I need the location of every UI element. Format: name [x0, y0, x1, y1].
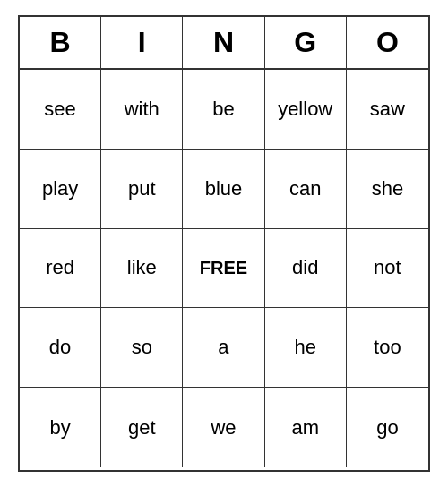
bingo-row-2: redlikeFREEdidnot	[20, 229, 428, 309]
bingo-cell-2-4: not	[347, 229, 428, 308]
bingo-cell-0-2: be	[183, 70, 264, 149]
bingo-cell-2-2: FREE	[183, 229, 264, 308]
bingo-row-3: dosoahetoo	[20, 308, 428, 388]
bingo-cell-3-4: too	[347, 308, 428, 387]
header-letter-g: G	[265, 17, 347, 68]
bingo-cell-3-3: he	[265, 308, 347, 387]
bingo-cell-4-4: go	[347, 388, 428, 467]
bingo-header: BINGO	[20, 17, 428, 70]
bingo-cell-1-4: she	[347, 150, 428, 228]
bingo-cell-3-2: a	[183, 308, 264, 387]
header-letter-b: B	[20, 17, 101, 68]
bingo-cell-2-0: red	[20, 229, 101, 308]
bingo-cell-0-1: with	[101, 70, 183, 149]
header-letter-n: N	[183, 17, 264, 68]
bingo-row-4: bygetweamgo	[20, 388, 428, 467]
bingo-body: seewithbeyellowsawplayputbluecansheredli…	[20, 70, 428, 467]
bingo-cell-2-3: did	[265, 229, 347, 308]
bingo-cell-1-3: can	[265, 150, 347, 228]
bingo-cell-1-0: play	[20, 150, 101, 228]
bingo-row-0: seewithbeyellowsaw	[20, 70, 428, 150]
bingo-cell-0-3: yellow	[265, 70, 347, 149]
bingo-cell-3-0: do	[20, 308, 101, 387]
bingo-cell-1-1: put	[101, 150, 183, 228]
bingo-cell-4-1: get	[101, 388, 183, 467]
bingo-cell-1-2: blue	[183, 150, 264, 228]
bingo-cell-3-1: so	[101, 308, 183, 387]
header-letter-i: I	[101, 17, 183, 68]
bingo-cell-4-0: by	[20, 388, 101, 467]
header-letter-o: O	[347, 17, 428, 68]
bingo-cell-4-3: am	[265, 388, 347, 467]
bingo-cell-2-1: like	[101, 229, 183, 308]
bingo-card: BINGO seewithbeyellowsawplayputbluecansh…	[18, 15, 430, 472]
bingo-cell-0-0: see	[20, 70, 101, 149]
bingo-row-1: playputbluecanshe	[20, 150, 428, 229]
bingo-cell-0-4: saw	[347, 70, 428, 149]
bingo-cell-4-2: we	[183, 388, 264, 467]
